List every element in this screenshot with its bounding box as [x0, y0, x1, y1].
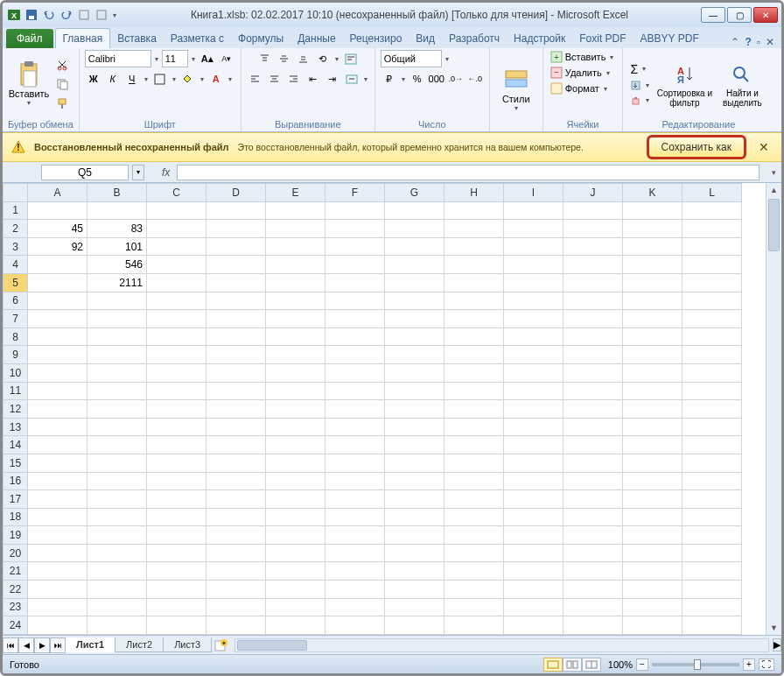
cell[interactable] [682, 598, 742, 616]
col-header[interactable]: F [326, 184, 385, 202]
cell[interactable] [504, 273, 564, 292]
cell[interactable] [504, 256, 564, 274]
cell[interactable] [28, 526, 88, 545]
doc-restore-icon[interactable]: ▫ [757, 36, 760, 48]
scroll-down-icon[interactable]: ▼ [766, 621, 781, 635]
cell[interactable] [326, 363, 385, 382]
cell[interactable] [266, 310, 326, 328]
cell[interactable] [326, 346, 385, 364]
cell[interactable] [206, 436, 266, 454]
save-as-button[interactable]: Сохранить как [647, 135, 746, 159]
cell[interactable] [504, 616, 564, 635]
cell[interactable] [623, 327, 682, 346]
cell[interactable] [88, 292, 147, 310]
cell[interactable]: 546 [88, 256, 147, 274]
zoom-level[interactable]: 100% [608, 659, 633, 670]
cell[interactable] [385, 544, 444, 562]
cell[interactable] [28, 327, 88, 346]
cell[interactable] [88, 508, 147, 526]
cell[interactable] [564, 508, 623, 526]
cell[interactable] [623, 363, 682, 382]
cell[interactable] [504, 363, 564, 382]
qat-dropdown-icon[interactable]: ▾ [111, 11, 118, 19]
cell[interactable] [266, 508, 326, 526]
row-header[interactable]: 12 [4, 400, 28, 419]
cell[interactable] [623, 237, 682, 256]
cell[interactable] [623, 598, 682, 616]
cell[interactable] [682, 346, 742, 364]
cell[interactable]: 45 [28, 220, 88, 238]
cell[interactable] [326, 400, 385, 419]
cell[interactable] [88, 363, 147, 382]
cell[interactable] [206, 201, 266, 220]
formula-input[interactable] [177, 165, 760, 180]
cell[interactable] [623, 544, 682, 562]
cell[interactable] [326, 598, 385, 616]
cell[interactable] [147, 201, 206, 220]
cell[interactable] [385, 310, 444, 328]
cell[interactable] [326, 508, 385, 526]
cell[interactable] [682, 581, 742, 599]
cell[interactable] [564, 472, 623, 490]
cell[interactable] [88, 562, 147, 581]
cell[interactable] [504, 292, 564, 310]
message-close-icon[interactable]: ✕ [755, 140, 773, 154]
cell[interactable] [623, 418, 682, 436]
sheet-tab-2[interactable]: Лист2 [115, 637, 164, 652]
fill-button[interactable]: ▾ [628, 79, 653, 92]
cell[interactable] [147, 237, 206, 256]
row-header[interactable]: 15 [4, 454, 28, 472]
cell[interactable] [266, 363, 326, 382]
align-center-icon[interactable] [266, 70, 284, 88]
row-header[interactable]: 4 [4, 256, 28, 274]
cell[interactable] [385, 616, 444, 635]
cell[interactable] [266, 544, 326, 562]
cell[interactable] [564, 220, 623, 238]
cell[interactable] [266, 327, 326, 346]
cell[interactable] [444, 346, 504, 364]
cell[interactable] [564, 544, 623, 562]
cell[interactable] [504, 237, 564, 256]
cell[interactable] [88, 310, 147, 328]
cell[interactable] [206, 472, 266, 490]
cell[interactable] [682, 490, 742, 509]
cell[interactable] [147, 562, 206, 581]
format-cells-button[interactable]: Формат▾ [549, 81, 611, 95]
clear-button[interactable]: ▾ [628, 94, 653, 107]
cell[interactable] [28, 436, 88, 454]
cell[interactable] [623, 256, 682, 274]
col-header[interactable]: K [623, 184, 682, 202]
tab-home[interactable]: Главная [55, 28, 111, 48]
cell[interactable] [326, 454, 385, 472]
col-header[interactable]: E [266, 184, 326, 202]
cell[interactable] [682, 310, 742, 328]
cell[interactable] [28, 400, 88, 419]
cell[interactable] [206, 490, 266, 509]
cell[interactable]: 2111 [88, 273, 147, 292]
cell[interactable]: 101 [88, 237, 147, 256]
cell[interactable] [444, 616, 504, 635]
cell[interactable] [385, 581, 444, 599]
cell[interactable] [266, 346, 326, 364]
cell[interactable] [28, 454, 88, 472]
cell[interactable] [206, 400, 266, 419]
align-bottom-icon[interactable] [295, 50, 312, 67]
col-header[interactable]: J [564, 184, 623, 202]
cell[interactable] [206, 544, 266, 562]
cell[interactable] [28, 346, 88, 364]
underline-button[interactable]: Ч [123, 70, 141, 88]
cell[interactable] [88, 418, 147, 436]
cell[interactable] [28, 490, 88, 509]
name-box-dropdown[interactable]: ▾ [132, 165, 144, 180]
cell[interactable] [147, 310, 206, 328]
align-middle-icon[interactable] [276, 50, 293, 67]
tab-data[interactable]: Данные [290, 29, 342, 48]
comma-icon[interactable]: 000 [428, 70, 445, 88]
row-header[interactable]: 2 [4, 220, 28, 238]
select-all-corner[interactable] [4, 184, 28, 202]
cell[interactable] [385, 363, 444, 382]
cell[interactable] [326, 581, 385, 599]
cell[interactable] [623, 400, 682, 419]
minimize-button[interactable]: — [701, 7, 725, 23]
cell[interactable] [564, 598, 623, 616]
